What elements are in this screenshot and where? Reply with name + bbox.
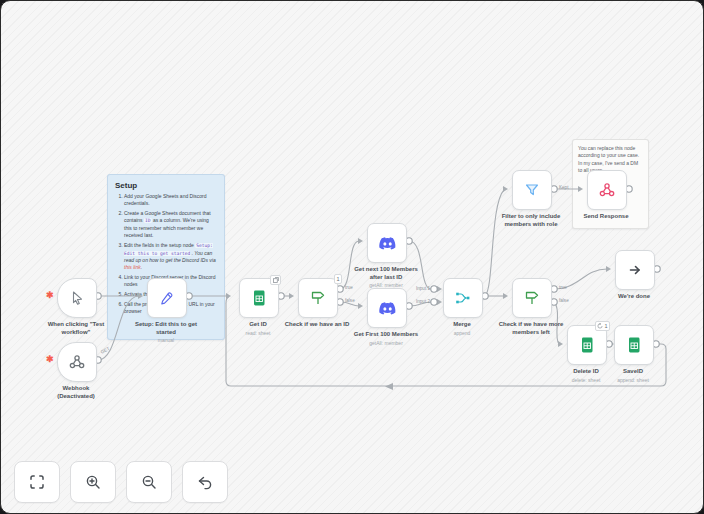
node-webhook[interactable]: Webhook (Deactivated) <box>57 342 95 400</box>
node-label: We're done <box>592 293 676 301</box>
pencil-icon <box>158 289 176 307</box>
items-count-badge: 1 <box>334 274 342 284</box>
merge-input2-label: Input 2 <box>404 299 430 304</box>
checkid-false-label: false <box>345 298 355 303</box>
workflow-canvas[interactable]: Setup Add your Google Sheets and Discord… <box>0 0 704 514</box>
discord-icon <box>378 234 397 253</box>
node-subtitle: append <box>420 330 504 336</box>
zoom-in-icon <box>84 473 102 491</box>
node-manual-trigger[interactable]: When clicking "Test workflow" <box>57 278 95 336</box>
zoom-in-button[interactable] <box>70 461 116 503</box>
undo-icon <box>196 473 214 491</box>
filter-kept-label: Kept <box>559 185 568 190</box>
execute-once-badge <box>270 275 281 285</box>
checkmore-true-label: true <box>559 285 567 290</box>
fit-view-button[interactable] <box>14 461 60 503</box>
wire-merge-to-filter <box>485 190 504 296</box>
node-check-id[interactable]: 1 Check if we have an ID <box>298 278 336 329</box>
node-get-next-100[interactable]: Get next 100 Members after last ID getAl… <box>367 223 405 288</box>
node-label: Filter to only include members with role <box>500 213 562 228</box>
node-subtitle: manual <box>134 337 198 343</box>
respond-webhook-icon <box>598 181 616 199</box>
node-get-id[interactable]: Get ID read: sheet <box>239 278 277 336</box>
google-sheets-icon <box>578 336 596 354</box>
node-send-response[interactable]: Send Response <box>587 170 625 221</box>
retry-count-badge: 1 <box>595 321 610 331</box>
canvas-controls <box>14 461 228 503</box>
if-signpost-icon <box>309 289 327 307</box>
node-merge[interactable]: Merge append <box>443 278 481 336</box>
node-were-done[interactable]: We're done <box>615 250 653 301</box>
retry-icon <box>597 323 603 329</box>
node-filter[interactable]: Filter to only include members with role <box>512 170 550 228</box>
google-sheets-icon <box>625 336 643 354</box>
undo-button[interactable] <box>182 461 228 503</box>
filter-funnel-icon <box>523 181 541 199</box>
discord-icon <box>378 299 397 318</box>
retry-count: 1 <box>604 322 607 330</box>
node-subtitle: getAll: member <box>344 340 428 346</box>
merge-icon <box>454 289 472 307</box>
node-label: When clicking "Test workflow" <box>46 321 106 336</box>
node-label: Webhook <box>41 385 111 393</box>
if-signpost-icon <box>523 289 541 307</box>
node-setup[interactable]: Setup: Edit this to get started manual <box>147 278 185 343</box>
node-check-more[interactable]: Check if we have more members left <box>512 278 550 336</box>
zoom-out-button[interactable] <box>126 461 172 503</box>
node-label: Send Response <box>564 213 648 221</box>
node-label: Check if we have an ID <box>275 321 359 329</box>
node-label: Setup: Edit this to get started <box>134 321 198 336</box>
node-save-id[interactable]: SaveID append: sheet <box>614 325 652 383</box>
node-label: Merge <box>420 321 504 329</box>
webhook-icon <box>68 353 86 371</box>
node-label: SaveID <box>591 368 675 376</box>
node-get-first-100[interactable]: Get First 100 Members getAll: member <box>367 288 405 346</box>
arrow-right-icon <box>626 261 644 279</box>
checkmore-false-label: false <box>559 298 569 303</box>
node-label-2: (Deactivated) <box>41 393 111 401</box>
node-subtitle: read: sheet <box>216 330 300 336</box>
node-label: Get First 100 Members <box>344 331 428 339</box>
node-subtitle: append: sheet <box>591 377 675 383</box>
cursor-icon <box>68 289 86 307</box>
trigger-marker-icon: ✱ <box>46 292 54 299</box>
trigger-marker-icon: ✱ <box>46 356 54 363</box>
google-sheets-icon <box>250 289 268 307</box>
zoom-out-icon <box>140 473 158 491</box>
fit-view-icon <box>28 473 46 491</box>
connections-layer <box>1 1 704 514</box>
node-label: Get next 100 Members after last ID <box>354 266 418 281</box>
node-label: Check if we have more members left <box>498 321 564 336</box>
stacked-squares-icon <box>273 277 279 283</box>
